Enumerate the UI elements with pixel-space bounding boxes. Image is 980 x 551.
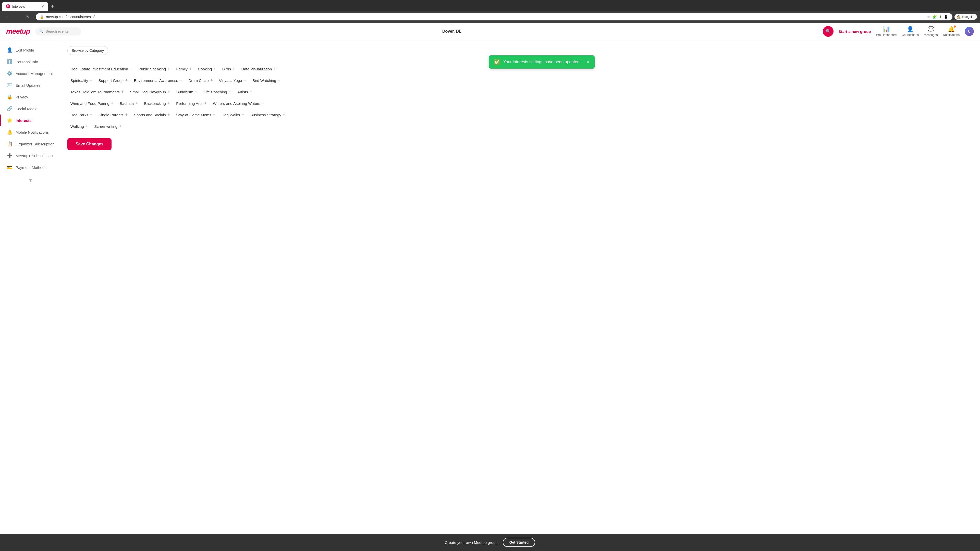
interest-backpacking[interactable]: Backpacking + (141, 99, 173, 108)
interest-sports-socials[interactable]: Sports and Socials + (131, 110, 173, 120)
save-changes-button[interactable]: Save Changes (67, 138, 111, 150)
user-avatar[interactable]: U (965, 27, 974, 36)
interest-walking[interactable]: Walking + (67, 122, 91, 131)
interest-dog-walks[interactable]: Dog Walks + (218, 110, 247, 120)
interest-birds[interactable]: Birds + (219, 64, 239, 74)
nav-notifications[interactable]: 🔔 Notifications (943, 26, 959, 37)
sidebar-item-social-media[interactable]: 🔗 Social Media (0, 103, 61, 114)
add-interest-icon[interactable]: + (167, 66, 170, 72)
add-interest-icon[interactable]: + (262, 101, 264, 106)
interest-drum-circle[interactable]: Drum Circle + (185, 76, 216, 85)
sidebar-item-edit-profile[interactable]: 👤 Edit Profile (0, 44, 61, 56)
nav-messages[interactable]: 💬 Messages (924, 26, 938, 37)
search-button[interactable]: 🔍 (823, 26, 834, 37)
add-interest-icon[interactable]: + (167, 89, 170, 95)
nav-connections[interactable]: 👤 Connections (902, 26, 919, 37)
interest-writers[interactable]: Writers and Aspiring Writers + (210, 99, 267, 108)
add-interest-icon[interactable]: + (125, 78, 128, 83)
add-interest-icon[interactable]: + (180, 78, 183, 83)
add-interest-icon[interactable]: + (90, 112, 93, 118)
add-interest-icon[interactable]: + (278, 78, 280, 83)
add-interest-icon[interactable]: + (242, 112, 244, 118)
close-banner-button[interactable]: × (587, 59, 590, 65)
active-tab[interactable]: Interests × (2, 2, 48, 11)
add-interest-icon[interactable]: + (130, 66, 132, 72)
interest-public-speaking[interactable]: Public Speaking + (135, 64, 173, 74)
meetup-logo[interactable]: meetup (6, 27, 30, 35)
browser-action-icons: 🕵️ Incognito (955, 14, 977, 20)
interest-stay-at-home-moms[interactable]: Stay-at-Home Moms + (173, 110, 218, 120)
add-interest-icon[interactable]: + (283, 112, 286, 118)
add-interest-icon[interactable]: + (86, 124, 88, 129)
add-interest-icon[interactable]: + (229, 89, 231, 95)
interest-artists[interactable]: Artists + (234, 87, 255, 97)
sidebar-item-interests[interactable]: ⭐ Interests (0, 114, 61, 126)
interest-screenwriting[interactable]: Screenwriting + (91, 122, 124, 131)
search-bar[interactable]: 🔍 Search events (35, 27, 81, 35)
sidebar-item-privacy[interactable]: 🔒 Privacy (0, 91, 61, 103)
add-interest-icon[interactable]: + (250, 89, 252, 95)
interest-small-dog-playgroup[interactable]: Small Dog Playgroup + (127, 87, 173, 97)
device-icon[interactable]: 📱 (944, 15, 948, 19)
tab-close-button[interactable]: × (41, 4, 44, 9)
extension-icon[interactable]: 🧩 (932, 15, 937, 19)
add-interest-icon[interactable]: + (213, 112, 216, 118)
nav-pro-dashboard[interactable]: 📊 Pro Dashboard (876, 26, 897, 37)
add-interest-icon[interactable]: + (125, 112, 128, 118)
sidebar-item-meetup-plus[interactable]: ➕ Meetup+ Subscription (0, 150, 61, 162)
back-button[interactable]: ← (3, 13, 11, 21)
interest-buddhism[interactable]: Buddhism + (173, 87, 200, 97)
add-interest-icon[interactable]: + (167, 101, 170, 106)
interest-wine-food-pairing[interactable]: Wine and Food Pairing + (67, 99, 117, 108)
messages-icon: 💬 (928, 26, 934, 33)
add-interest-icon[interactable]: + (89, 78, 92, 83)
add-interest-icon[interactable]: + (210, 78, 213, 83)
interest-vinyasa-yoga[interactable]: Vinyasa Yoga + (216, 76, 249, 85)
add-interest-icon[interactable]: + (119, 124, 122, 129)
sidebar-scroll-down[interactable]: ▼ (0, 173, 61, 187)
add-interest-icon[interactable]: + (232, 66, 235, 72)
add-interest-icon[interactable]: + (121, 89, 124, 95)
interest-business-strategy[interactable]: Business Strategy + (247, 110, 288, 120)
add-interest-icon[interactable]: + (195, 89, 197, 95)
add-interest-icon[interactable]: + (135, 101, 138, 106)
sidebar-item-email-updates[interactable]: ✉️ Email Updates (0, 79, 61, 91)
tab-title: Interests (12, 5, 40, 8)
sidebar-item-payment-methods[interactable]: 💳 Payment Methods (0, 162, 61, 173)
add-interest-icon[interactable]: + (204, 101, 207, 106)
interest-support-group[interactable]: Support Group + (95, 76, 131, 85)
add-interest-icon[interactable]: + (111, 101, 114, 106)
sidebar-item-organizer-subscription[interactable]: 📋 Organizer Subscription (0, 138, 61, 150)
interest-dog-parks[interactable]: Dog Parks + (67, 110, 96, 120)
interest-single-parents[interactable]: Single Parents + (96, 110, 131, 120)
refresh-button[interactable]: ↻ (24, 13, 32, 21)
interest-performing-arts[interactable]: Performing Arts + (173, 99, 210, 108)
browse-by-category-button[interactable]: Browse by Category (67, 46, 108, 55)
interest-bird-watching[interactable]: Bird Watching + (249, 76, 283, 85)
sidebar-item-personal-info[interactable]: ℹ️ Personal Info (0, 56, 61, 68)
interest-cooking[interactable]: Cooking + (195, 64, 219, 74)
add-interest-icon[interactable]: + (213, 66, 216, 72)
forward-button[interactable]: → (13, 13, 21, 21)
add-interest-icon[interactable]: + (189, 66, 192, 72)
add-interest-icon[interactable]: + (244, 78, 247, 83)
interest-bachata[interactable]: Bachata + (117, 99, 141, 108)
interest-family[interactable]: Family + (173, 64, 195, 74)
interest-texas-holdem[interactable]: Texas Hold 'em Tournaments + (67, 87, 127, 97)
interest-data-visualization[interactable]: Data Visualization + (239, 64, 279, 74)
get-started-button[interactable]: Get Started (503, 538, 535, 547)
interest-environmental-awareness[interactable]: Environmental Awareness + (131, 76, 186, 85)
interest-life-coaching[interactable]: Life Coaching + (200, 87, 234, 97)
download-icon[interactable]: ⬇ (939, 15, 942, 19)
interest-spirituality[interactable]: Spirituality + (67, 76, 95, 85)
add-interest-icon[interactable]: + (273, 66, 276, 72)
sidebar-item-account-management[interactable]: ⚙️ Account Management (0, 68, 61, 79)
address-bar[interactable]: 🔒 meetup.com/account/interests/ ☆ 🧩 ⬇ 📱 (36, 13, 953, 21)
interest-real-estate[interactable]: Real Estate Investment Education + (67, 64, 135, 74)
start-group-button[interactable]: Start a new group (838, 29, 871, 34)
star-icon[interactable]: ☆ (927, 15, 931, 19)
privacy-icon: 🔒 (7, 94, 13, 100)
add-interest-icon[interactable]: + (167, 112, 170, 118)
sidebar-item-mobile-notifications[interactable]: 🔔 Mobile Notifications (0, 126, 61, 138)
new-tab-button[interactable]: + (49, 3, 56, 11)
